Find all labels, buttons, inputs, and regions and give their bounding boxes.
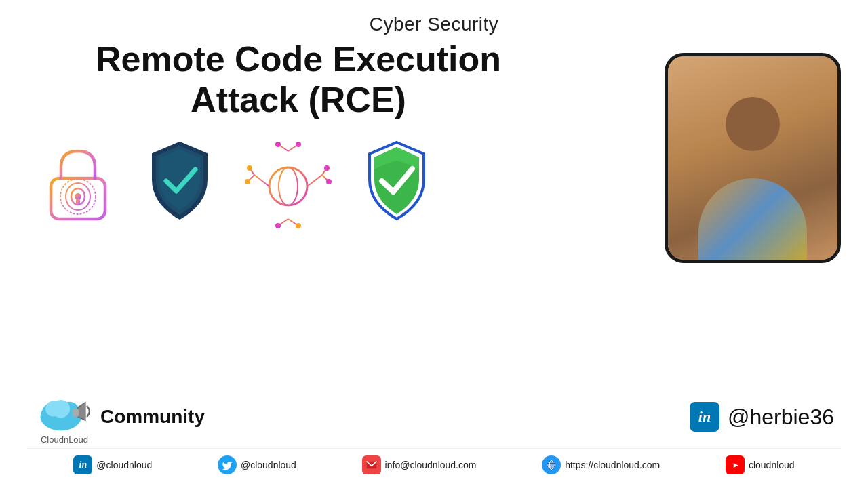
page-subtitle: Cyber Security — [370, 14, 499, 35]
cyber-globe-icon — [244, 138, 332, 226]
shield-dark-icon — [142, 139, 217, 224]
svg-point-35 — [45, 401, 61, 416]
footer-web: www https://cloudnloud.com — [542, 455, 660, 474]
footer-linkedin: in @cloudnloud — [73, 455, 152, 474]
main-title: Remote Code Execution Attack (RCE) — [27, 39, 570, 121]
page-container: Cyber Security Remote Code Execution Att… — [0, 0, 868, 488]
svg-point-24 — [324, 165, 330, 171]
svg-rect-5 — [76, 199, 80, 205]
footer-web-icon: www — [542, 455, 561, 474]
footer-youtube-text: cloudnloud — [749, 460, 795, 470]
brand-logo-wrap: CloudnLoud — [34, 389, 95, 445]
footer-twitter: @cloudnloud — [218, 455, 296, 474]
svg-point-15 — [296, 142, 301, 147]
linkedin-handle: @herbie36 — [728, 405, 834, 430]
icons-row — [27, 138, 434, 226]
bottom-section: CloudnLoud Community in @herbie36 — [27, 389, 841, 445]
svg-point-29 — [275, 223, 281, 228]
footer-web-text: https://cloudnloud.com — [565, 460, 660, 470]
footer-youtube-icon — [726, 455, 745, 474]
svg-point-19 — [247, 165, 252, 171]
lock-fingerprint-icon — [41, 141, 115, 222]
svg-rect-36 — [73, 409, 79, 416]
svg-line-21 — [307, 175, 322, 186]
brand-name-label: CloudnLoud — [41, 434, 88, 445]
svg-point-25 — [326, 179, 332, 184]
footer-email-text: info@cloudnloud.com — [385, 460, 477, 470]
svg-line-16 — [254, 175, 269, 186]
footer-twitter-icon — [218, 455, 237, 474]
footer-linkedin-icon: in — [73, 455, 92, 474]
content-area: Remote Code Execution Attack (RCE) — [27, 39, 841, 382]
footer-email-icon — [362, 455, 381, 474]
svg-text:www: www — [547, 464, 555, 468]
community-label: Community — [100, 406, 205, 428]
svg-point-20 — [245, 179, 250, 184]
cloud-logo-icon — [34, 389, 95, 433]
profile-photo — [665, 53, 841, 263]
svg-point-30 — [296, 223, 301, 228]
footer-bar: in @cloudnloud @cloudnloud info@cloudnlo… — [27, 448, 841, 481]
footer-email: info@cloudnloud.com — [362, 455, 477, 474]
community-logo: CloudnLoud Community — [34, 389, 205, 445]
footer-twitter-text: @cloudnloud — [241, 460, 296, 470]
person-body — [698, 178, 807, 260]
footer-youtube: cloudnloud — [726, 455, 795, 474]
shield-green-icon — [359, 139, 434, 224]
left-content: Remote Code Execution Attack (RCE) — [27, 39, 665, 226]
person-head — [726, 97, 780, 151]
svg-point-14 — [275, 142, 281, 147]
linkedin-profile: in @herbie36 — [690, 402, 834, 432]
linkedin-badge-icon: in — [690, 402, 719, 432]
footer-linkedin-text: @cloudnloud — [96, 460, 152, 470]
